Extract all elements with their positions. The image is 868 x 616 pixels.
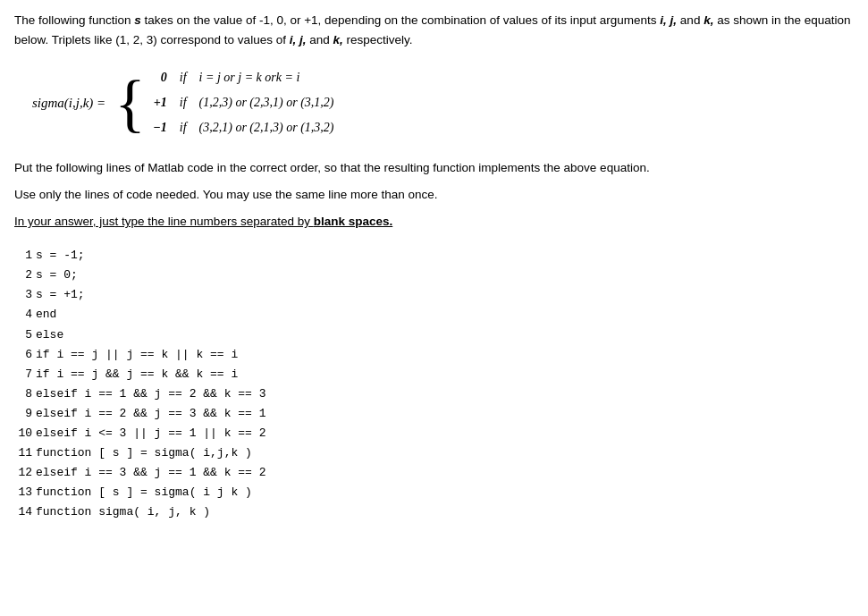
line-number-3: 3 xyxy=(14,285,32,305)
line-code-11: function [ s ] = sigma( i,j,k ) xyxy=(36,443,252,463)
instruction-3: In your answer, just type the line numbe… xyxy=(14,214,854,228)
code-line-12: 12elseif i == 3 && j == 1 && k == 2 xyxy=(14,463,854,483)
line-number-12: 12 xyxy=(14,463,32,483)
formula-if-2: if xyxy=(180,121,187,135)
line-code-2: s = 0; xyxy=(36,266,78,285)
line-code-4: end xyxy=(36,305,56,325)
formula-val-2: −1 xyxy=(149,121,167,135)
instruction-3-text: In your answer, just type the line numbe… xyxy=(14,215,392,228)
intro-k2: k, xyxy=(333,33,342,46)
line-number-14: 14 xyxy=(14,502,32,522)
formula-cond-1: (1,2,3) or (2,3,1) or (3,1,2) xyxy=(199,96,334,110)
formula-brace: { 0 if i = j or j = k ork = i +1 if (1,2… xyxy=(114,71,333,135)
code-line-2: 2s = 0; xyxy=(14,266,854,285)
code-line-6: 6if i == j || j == k || k == i xyxy=(14,345,854,365)
line-number-6: 6 xyxy=(14,345,32,365)
intro-text3: and xyxy=(677,13,704,27)
line-number-11: 11 xyxy=(14,443,32,463)
line-number-9: 9 xyxy=(14,404,32,424)
code-line-1: 1s = -1; xyxy=(14,246,854,266)
line-number-8: 8 xyxy=(14,384,32,404)
formula-if-0: if xyxy=(180,71,187,85)
line-code-10: elseif i <= 3 || j == 1 || k == 2 xyxy=(36,424,265,443)
formula-val-1: +1 xyxy=(149,96,167,110)
instruction-1: Put the following lines of Matlab code i… xyxy=(14,160,854,174)
brace-symbol: { xyxy=(114,71,146,135)
formula-lhs: sigma(i,j,k) = xyxy=(32,96,105,111)
instruction-2-text: Use only the lines of code needed. You m… xyxy=(14,188,438,201)
formula-cond-0: i = j or j = k ork = i xyxy=(199,71,300,85)
instruction-1-text: Put the following lines of Matlab code i… xyxy=(14,161,650,174)
line-code-13: function [ s ] = sigma( i j k ) xyxy=(36,483,252,502)
line-number-10: 10 xyxy=(14,424,32,443)
intro-ijk2: i, j, xyxy=(290,33,307,46)
line-code-3: s = +1; xyxy=(36,285,85,305)
code-line-5: 5else xyxy=(14,325,854,345)
code-line-10: 10elseif i <= 3 || j == 1 || k == 2 xyxy=(14,424,854,443)
intro-text1: The following function xyxy=(14,13,134,27)
intro-text2: takes on the value of -1, 0, or +1, depe… xyxy=(141,13,661,27)
line-number-4: 4 xyxy=(14,305,32,325)
formula-section: sigma(i,j,k) = { 0 if i = j or j = k ork… xyxy=(14,71,854,135)
code-line-4: 4end xyxy=(14,305,854,325)
formula-val-0: 0 xyxy=(149,71,167,85)
intro-s: s xyxy=(134,13,141,27)
line-code-7: if i == j && j == k && k == i xyxy=(36,365,238,384)
code-line-11: 11function [ s ] = sigma( i,j,k ) xyxy=(14,443,854,463)
formula-row-2: −1 if (3,2,1) or (2,1,3) or (1,3,2) xyxy=(149,121,334,135)
line-number-7: 7 xyxy=(14,365,32,384)
line-code-9: elseif i == 2 && j == 3 && k == 1 xyxy=(36,404,265,424)
line-number-2: 2 xyxy=(14,266,32,285)
line-code-14: function sigma( i, j, k ) xyxy=(36,502,210,522)
intro-paragraph: The following function s takes on the va… xyxy=(14,11,854,49)
intro-text5: and xyxy=(306,33,333,46)
line-code-1: s = -1; xyxy=(36,246,85,266)
formula-row-1: +1 if (1,2,3) or (2,3,1) or (3,1,2) xyxy=(149,96,334,110)
code-line-9: 9elseif i == 2 && j == 3 && k == 1 xyxy=(14,404,854,424)
intro-text6: respectively. xyxy=(343,33,413,46)
instruction-2: Use only the lines of code needed. You m… xyxy=(14,187,854,201)
code-line-3: 3s = +1; xyxy=(14,285,854,305)
formula-if-1: if xyxy=(180,96,187,110)
formula-cond-2: (3,2,1) or (2,1,3) or (1,3,2) xyxy=(199,121,334,135)
formula-rows: 0 if i = j or j = k ork = i +1 if (1,2,3… xyxy=(149,71,334,135)
intro-ijk: i, j, xyxy=(660,13,677,27)
line-number-13: 13 xyxy=(14,483,32,502)
line-number-5: 5 xyxy=(14,325,32,345)
code-line-8: 8elseif i == 1 && j == 2 && k == 3 xyxy=(14,384,854,404)
code-line-13: 13function [ s ] = sigma( i j k ) xyxy=(14,483,854,502)
code-line-7: 7if i == j && j == k && k == i xyxy=(14,365,854,384)
line-code-5: else xyxy=(36,325,63,345)
line-code-8: elseif i == 1 && j == 2 && k == 3 xyxy=(36,384,265,404)
intro-k: k, xyxy=(704,13,713,27)
line-number-1: 1 xyxy=(14,246,32,266)
formula-row-0: 0 if i = j or j = k ork = i xyxy=(149,71,334,85)
code-line-14: 14function sigma( i, j, k ) xyxy=(14,502,854,522)
code-section: 1s = -1;2s = 0;3s = +1;4end5else6if i ==… xyxy=(14,246,854,522)
line-code-6: if i == j || j == k || k == i xyxy=(36,345,238,365)
line-code-12: elseif i == 3 && j == 1 && k == 2 xyxy=(36,463,265,483)
